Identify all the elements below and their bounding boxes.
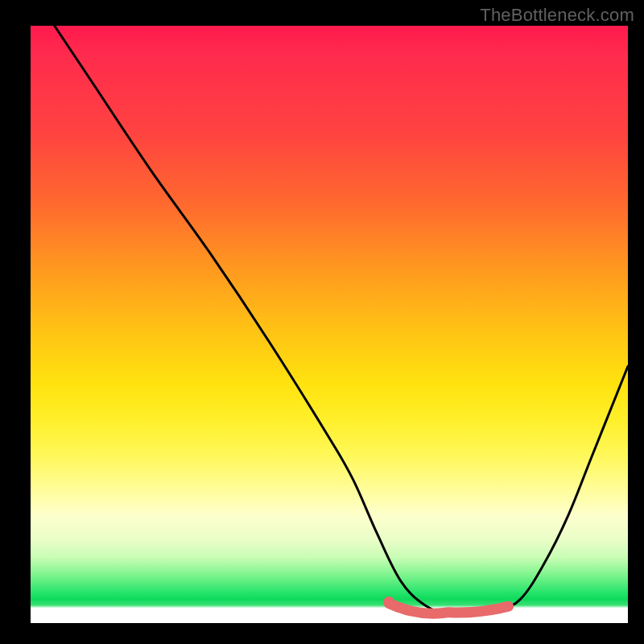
watermark-label: TheBottleneck.com (480, 5, 634, 26)
optimal-start-dot (383, 597, 394, 608)
bottleneck-curve-path (55, 26, 628, 615)
optimal-range-highlight (389, 604, 508, 614)
curve-svg (31, 26, 628, 623)
plot-area (31, 26, 628, 623)
chart-frame: TheBottleneck.com (0, 0, 644, 644)
